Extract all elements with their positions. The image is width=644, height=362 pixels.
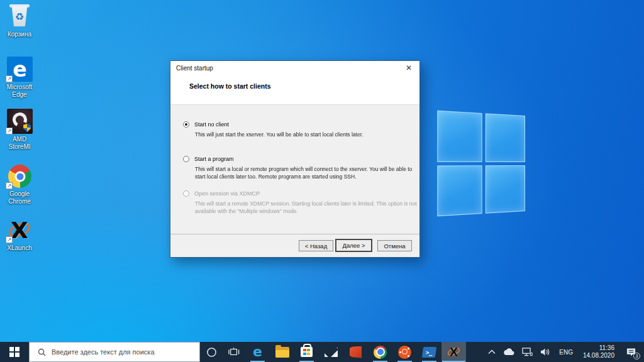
desktop-icon-amd-storemi[interactable]: ↗ AMD StoreMI: [1, 109, 38, 151]
windows-logo-pane: [485, 113, 525, 162]
taskbar-search[interactable]: [29, 342, 200, 362]
dialog-titlebar[interactable]: Client startup ✕: [170, 61, 419, 75]
desktop-icon-microsoft-edge[interactable]: e ↗ Microsoft Edge: [1, 57, 38, 99]
taskbar-ubuntu[interactable]: [392, 342, 417, 362]
screen: ♻ Корзина e ↗ Microsoft Edge ↗ AMD Store…: [0, 0, 644, 362]
search-icon: [38, 348, 46, 356]
dialog-title: Client startup: [170, 65, 398, 72]
volume-tray-button[interactable]: [536, 342, 554, 362]
desktop-icon-label: Microsoft Edge: [1, 84, 38, 99]
edge-icon: e: [253, 345, 262, 359]
close-icon: ✕: [406, 63, 412, 72]
taskbar: e >_ X: [0, 342, 644, 362]
notification-badge: 3: [633, 353, 640, 359]
wizard-footer: < Назад Далее > Отмена: [170, 234, 419, 257]
desktop-icon-label: XLaunch: [1, 244, 38, 252]
taskbar-microsoft-store[interactable]: [294, 342, 319, 362]
tray-chevron-button[interactable]: [484, 342, 499, 362]
windows-logo-pane: [437, 111, 482, 162]
uac-shield-icon: [23, 124, 31, 132]
radio-open-session-via-xdmcp: [183, 190, 189, 197]
clock-time: 11:36: [583, 344, 614, 352]
speaker-icon: [540, 348, 550, 356]
xlaunch-icon: X: [447, 344, 462, 359]
xlaunch-icon: X ↗: [6, 217, 33, 243]
chrome-icon: [374, 346, 387, 359]
network-icon: [522, 348, 533, 356]
notification-center-button[interactable]: 3: [619, 342, 644, 362]
option-label[interactable]: Start a program: [194, 156, 234, 162]
office-icon: [350, 346, 362, 358]
wizard-body: Start no client This will just start the…: [170, 106, 419, 234]
cancel-button[interactable]: Отмена: [377, 240, 412, 251]
shortcut-arrow-icon: ↗: [6, 75, 13, 82]
taskbar-file-explorer[interactable]: [270, 342, 294, 362]
clock-date: 14.08.2020: [583, 352, 614, 359]
desktop-icon-recycle-bin[interactable]: ♻ Корзина: [1, 4, 38, 38]
start-button[interactable]: [0, 342, 29, 362]
windows-logo: [437, 111, 525, 217]
shortcut-arrow-icon: ↗: [6, 182, 13, 189]
clock[interactable]: 11:36 14.08.2020: [578, 344, 619, 359]
cortana-button[interactable]: [200, 342, 223, 362]
shortcut-arrow-icon: ↗: [6, 236, 13, 243]
back-button[interactable]: < Назад: [299, 240, 333, 251]
desktop-icon-google-chrome[interactable]: ↗ Google Chrome: [1, 163, 38, 206]
client-startup-dialog: Client startup ✕ Select how to start cli…: [170, 60, 420, 258]
wizard-heading: Select how to start clients: [189, 82, 271, 90]
wizard-header: Select how to start clients: [170, 75, 419, 105]
desktop-icon-xlaunch[interactable]: X ↗ XLaunch: [1, 217, 38, 252]
option-label[interactable]: Start no client: [194, 121, 229, 128]
option-start-a-program: Start a program This will start a local …: [183, 156, 413, 180]
shortcut-arrow-icon: ↗: [6, 128, 13, 134]
taskbar-powershell[interactable]: >_: [417, 342, 441, 362]
file-explorer-icon: [275, 347, 289, 358]
windows-start-icon: [9, 347, 19, 357]
microsoft-store-icon: [301, 347, 313, 357]
option-description: This will start a local or remote progra…: [195, 166, 423, 180]
desktop-icon-label: Google Chrome: [1, 190, 38, 206]
onedrive-tray-button[interactable]: [499, 342, 518, 362]
taskbar-mail[interactable]: [319, 342, 343, 362]
chevron-up-icon: [488, 349, 496, 354]
radio-start-no-client[interactable]: [183, 121, 189, 128]
option-start-no-client: Start no client This will just start the…: [183, 121, 413, 139]
option-label: Open session via XDMCP: [194, 190, 260, 197]
radio-start-a-program[interactable]: [183, 156, 189, 162]
taskbar-xlaunch[interactable]: X: [441, 342, 466, 362]
cortana-icon: [206, 347, 217, 358]
ubuntu-icon: [398, 346, 411, 359]
desktop-icon-label: Корзина: [1, 31, 38, 38]
desktop-icon-label: AMD StoreMI: [1, 136, 38, 151]
amd-storemi-icon: ↗: [6, 109, 33, 134]
task-view-button[interactable]: [223, 342, 245, 362]
next-button[interactable]: Далее >: [335, 239, 372, 252]
mail-icon: [325, 348, 338, 357]
option-open-session-via-xdmcp: Open session via XDMCP This will start a…: [183, 190, 413, 215]
search-input[interactable]: [52, 348, 199, 356]
taskbar-office[interactable]: [343, 342, 368, 362]
recycle-bin-icon: ♻: [6, 4, 33, 29]
powershell-icon: >_: [422, 347, 436, 358]
system-tray: ENG 11:36 14.08.2020 3: [484, 342, 644, 362]
option-description: This will start a remote XDMCP session. …: [195, 200, 423, 215]
onedrive-cloud-icon: [503, 348, 514, 356]
language-indicator[interactable]: ENG: [554, 349, 578, 356]
network-tray-button[interactable]: [518, 342, 536, 362]
task-view-icon: [228, 347, 240, 357]
taskbar-chrome[interactable]: [368, 342, 392, 362]
taskbar-edge[interactable]: e: [245, 342, 270, 362]
option-description: This will just start the xserver. You wi…: [195, 131, 423, 139]
windows-logo-pane: [437, 165, 482, 217]
close-button[interactable]: ✕: [398, 61, 419, 75]
windows-logo-pane: [485, 165, 525, 214]
chrome-icon: ↗: [6, 163, 33, 189]
edge-icon: e ↗: [6, 57, 33, 82]
